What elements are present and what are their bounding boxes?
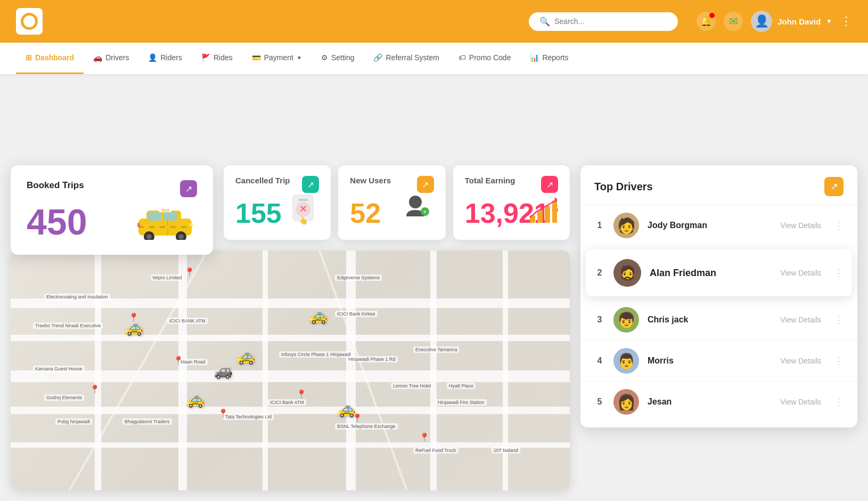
map-label: Electrocoating and Insulation	[44, 294, 110, 300]
nav-item-promo[interactable]: 🏷 Promo Code	[449, 43, 521, 74]
promo-icon: 🏷	[458, 53, 466, 62]
driver-row-2[interactable]: 2 🧔 Alan Friedman View Details ⋮	[586, 249, 852, 296]
nav-item-riders[interactable]: 👤 Riders	[138, 43, 191, 74]
svg-rect-34	[545, 206, 550, 223]
search-bar[interactable]: 🔍	[529, 12, 678, 31]
driver-avatar-4: 👨	[613, 348, 639, 374]
new-users-arrow-button[interactable]: ↗	[417, 176, 434, 193]
map-pin: 📍	[296, 389, 307, 399]
driver-rank-3: 3	[594, 315, 605, 325]
view-details-5[interactable]: View Details	[780, 398, 821, 406]
more-options-2[interactable]: ⋮	[834, 267, 844, 279]
driver-icon: 🚗	[93, 53, 102, 62]
driver-avatar-5: 👩	[613, 389, 639, 415]
chevron-down-icon: ▼	[826, 18, 832, 25]
map-pin: 📍	[184, 267, 195, 277]
rider-icon: 👤	[148, 53, 157, 62]
driver-row-1[interactable]: 1 🧑 Jody Borgman View Details ⋮	[580, 205, 857, 246]
map-label: ICICI Bank ATM	[268, 399, 306, 406]
booked-trips-arrow-button[interactable]: ↗	[180, 180, 197, 197]
driver-name-5: Jesan	[648, 397, 772, 407]
driver-avatar-3: 👦	[613, 307, 639, 333]
driver-row-4[interactable]: 4 👨 Morris View Details ⋮	[580, 341, 857, 382]
nav-item-payment[interactable]: 💳 Payment ▼	[242, 43, 312, 74]
more-options-1[interactable]: ⋮	[834, 220, 844, 231]
driver-rank-4: 4	[594, 356, 605, 366]
map-label: Godrej Elements	[44, 394, 84, 401]
header-icons: 🔔 ✉ 👤 John David ▼ ⋮	[697, 11, 852, 32]
more-options-5[interactable]: ⋮	[834, 396, 844, 408]
nav-item-rides[interactable]: 🚩 Rides	[192, 43, 242, 74]
nav-item-setting[interactable]: ⚙ Setting	[312, 43, 364, 74]
cancelled-trip-label: Cancelled Trip	[235, 176, 290, 185]
nav-label-rides: Rides	[214, 53, 233, 62]
notification-button[interactable]: 🔔	[697, 12, 716, 31]
svg-text:👆: 👆	[299, 216, 308, 224]
dashboard-icon: ⊞	[26, 53, 32, 62]
nav-item-reports[interactable]: 📊 Reports	[520, 43, 578, 74]
map-label: Wipro Limited	[151, 274, 184, 281]
map-label: Executive Tamanna	[413, 346, 459, 353]
total-earning-header: Total Earning ↗	[465, 176, 558, 193]
booked-trips-content: 450 TAXI	[27, 203, 197, 240]
svg-rect-18	[160, 226, 165, 228]
more-options-4[interactable]: ⋮	[834, 355, 844, 367]
new-users-header: New Users ↗	[350, 176, 433, 193]
mini-stats-row: Cancelled Trip ↗ 155 ✕ 👆 New Users ↗	[224, 165, 570, 240]
email-button[interactable]: ✉	[724, 12, 743, 31]
navigation: ⊞ Dashboard 🚗 Drivers 👤 Riders 🚩 Rides 💳…	[0, 43, 868, 75]
user-menu[interactable]: 👤 John David ▼	[751, 11, 832, 32]
search-icon: 🔍	[539, 17, 550, 27]
total-earning-arrow-button[interactable]: ↗	[541, 176, 558, 193]
driver-rank-1: 1	[594, 221, 605, 230]
taxi-marker: 🚕	[125, 319, 143, 336]
drivers-arrow-button[interactable]: ↗	[824, 177, 844, 196]
map-label: Pubg hinjawadi	[55, 418, 92, 425]
driver-row-5[interactable]: 5 👩 Jesan View Details ⋮	[580, 382, 857, 422]
map-pin: 📍	[89, 384, 100, 394]
svg-rect-17	[154, 226, 160, 228]
header: 🔍 🔔 ✉ 👤 John David ▼ ⋮	[0, 0, 868, 43]
nav-label-drivers: Drivers	[105, 53, 129, 62]
map-label: Tata Technologies Ltd	[223, 414, 274, 420]
nav-label-referral: Referral System	[386, 53, 439, 62]
svg-point-7	[178, 234, 184, 239]
payment-icon: 💳	[252, 53, 261, 62]
avatar: 👤	[751, 11, 772, 32]
map-label: ICICI Bank Kirkee	[335, 311, 378, 317]
booked-trips-header: Booked Trips ↗	[27, 180, 197, 197]
rides-icon: 🚩	[201, 53, 210, 62]
user-name: John David	[777, 17, 821, 26]
svg-rect-35	[552, 200, 557, 223]
map-label: Hinjawadi Fire Station	[436, 399, 487, 406]
driver-row-3[interactable]: 3 👦 Chris jack View Details ⋮	[580, 300, 857, 341]
map-label: i2IT Naland	[492, 447, 520, 454]
view-details-1[interactable]: View Details	[780, 221, 821, 230]
taxi-marker: 🚕	[309, 306, 327, 324]
nav-item-drivers[interactable]: 🚗 Drivers	[84, 43, 138, 74]
more-options-button[interactable]: ⋮	[840, 14, 852, 28]
svg-rect-3	[163, 212, 177, 221]
view-details-4[interactable]: View Details	[780, 357, 821, 365]
notification-badge	[709, 13, 715, 18]
view-details-2[interactable]: View Details	[780, 269, 821, 277]
svg-text:TAXI: TAXI	[161, 208, 169, 212]
view-details-3[interactable]: View Details	[780, 316, 821, 324]
nav-item-dashboard[interactable]: ⊞ Dashboard	[16, 43, 84, 74]
booked-trips-label: Booked Trips	[27, 180, 84, 191]
cancelled-trip-arrow-button[interactable]: ↗	[302, 176, 319, 193]
driver-name-1: Jody Borgman	[648, 221, 772, 230]
main-content: Electrocoating and Insulation Wipro Limi…	[0, 75, 868, 501]
search-input[interactable]	[554, 17, 667, 26]
driver-avatar-2: 🧔	[613, 259, 641, 287]
driver-name-4: Morris	[648, 356, 772, 366]
driver-name-2: Alan Friedman	[650, 268, 772, 279]
more-options-3[interactable]: ⋮	[834, 314, 844, 326]
map-label: Hinjawadi Phase 1 Rd	[346, 356, 398, 362]
nav-item-referral[interactable]: 🔗 Referral System	[364, 43, 448, 74]
cancelled-trip-icon: ✕ 👆	[289, 192, 318, 230]
map-label: Hyatt Place	[447, 383, 476, 389]
map-label: ICICI BANK ATM	[167, 318, 208, 324]
reports-icon: 📊	[530, 53, 539, 62]
svg-rect-20	[170, 226, 176, 228]
